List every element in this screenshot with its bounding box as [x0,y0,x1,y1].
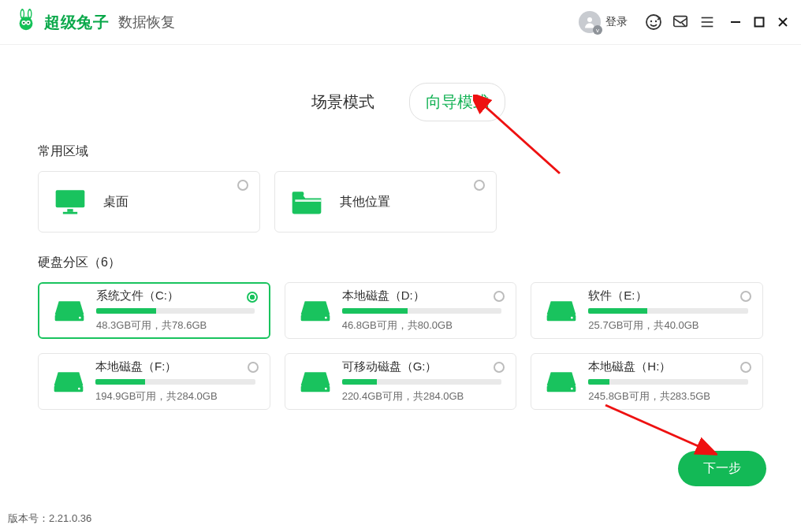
svg-rect-23 [63,212,77,214]
desktop-icon [53,186,88,218]
drive-usage-text: 245.8GB可用，共283.5GB [588,389,748,404]
drive-icon [300,367,331,396]
radio-unselected-icon [740,362,751,373]
radio-unselected-icon [740,291,751,302]
drive-icon [53,367,84,396]
svg-point-7 [23,22,24,24]
drive-icon [546,296,577,325]
drive-usage-text: 220.4GB可用，共284.0GB [342,389,502,404]
radio-unselected-icon [248,362,259,373]
svg-point-12 [655,20,657,22]
drive-usage-text: 194.9GB可用，共284.0GB [95,389,255,404]
radio-unselected-icon [494,362,505,373]
drive-info: 本地磁盘（H:） 245.8GB可用，共283.5GB [588,359,748,404]
drive-info: 本地磁盘（D:） 46.8GB可用，共80.0GB [342,288,502,333]
window-controls [727,13,792,31]
drive-usage-bar [342,379,502,385]
minimize-button[interactable] [727,13,744,31]
avatar-icon[interactable]: v [579,11,601,33]
common-areas-section: 常用区域 桌面 其他位置 [0,143,801,233]
drive-info: 系统文件（C:） 48.3GB可用，共78.6GB [96,288,255,333]
svg-rect-22 [67,209,73,212]
drive-usage-text: 25.7GB可用，共40.0GB [588,318,748,333]
common-card-label: 其他位置 [340,194,390,210]
drive-info: 本地磁盘（F:） 194.9GB可用，共284.0GB [95,359,255,404]
brand: 超级兔子 数据恢复 [14,9,175,35]
drive-icon [54,296,85,325]
drive-info: 可移动磁盘（G:） 220.4GB可用，共284.0GB [342,359,502,404]
folder-icon [289,186,324,218]
drive-name: 系统文件（C:） [96,288,255,303]
drive-usage-text: 46.8GB可用，共80.0GB [342,318,502,333]
partitions-section: 硬盘分区（6） 系统文件（C:） 48.3GB可用，共78.6GB 本地磁盘（D… [0,255,801,410]
svg-point-31 [571,317,573,319]
svg-point-9 [587,17,592,22]
svg-point-8 [28,22,29,24]
drive-usage-bar [588,379,748,385]
drive-info: 软件（E:） 25.7GB可用，共40.0GB [588,288,748,333]
close-button[interactable] [774,13,792,31]
radio-selected-icon [247,292,258,303]
svg-rect-13 [674,17,687,27]
svg-point-33 [78,388,80,390]
svg-point-3 [21,10,24,17]
brand-sub: 数据恢复 [118,13,175,32]
menu-icon[interactable] [697,12,717,32]
svg-line-39 [605,405,702,448]
drive-icon [546,367,577,396]
drive-usage-bar [588,308,748,314]
mode-tabs: 场景模式 向导模式 [0,83,801,121]
tab-scene-mode[interactable]: 场景模式 [296,84,390,121]
feedback-icon[interactable] [670,12,691,32]
partition-card[interactable]: 本地磁盘（F:） 194.9GB可用，共284.0GB [38,353,270,410]
common-card-desktop[interactable]: 桌面 [38,171,260,233]
partitions-title: 硬盘分区（6） [38,255,763,271]
svg-point-29 [325,317,327,319]
drive-usage-text: 48.3GB可用，共78.6GB [96,318,255,333]
drive-name: 本地磁盘（H:） [588,359,748,374]
svg-point-27 [79,317,81,319]
drive-usage-bar [95,379,255,385]
radio-unselected-icon [474,180,485,191]
radio-unselected-icon [494,291,505,302]
maximize-button[interactable] [751,13,768,31]
partition-card[interactable]: 可移动磁盘（G:） 220.4GB可用，共284.0GB [285,353,517,410]
svg-rect-24 [292,192,304,196]
drive-usage-bar [96,308,255,314]
svg-rect-21 [56,190,85,207]
radio-unselected-icon [237,180,248,191]
vip-badge-icon: v [593,25,602,35]
drive-name: 本地磁盘（D:） [342,288,502,303]
partition-card[interactable]: 软件（E:） 25.7GB可用，共40.0GB [531,282,763,339]
drive-usage-bar [342,308,502,314]
drive-name: 可移动磁盘（G:） [342,359,502,374]
common-card-label: 桌面 [103,194,129,210]
drive-icon [300,296,331,325]
common-card-other-location[interactable]: 其他位置 [274,171,497,233]
svg-point-4 [28,10,31,17]
version-label: 版本号：2.21.0.36 [8,512,91,526]
tab-wizard-mode[interactable]: 向导模式 [409,83,505,121]
svg-point-35 [325,388,327,390]
partition-card[interactable]: 系统文件（C:） 48.3GB可用，共78.6GB [38,282,270,339]
svg-point-11 [650,20,652,22]
title-bar: 超级兔子 数据恢复 v 登录 [0,0,801,45]
svg-point-0 [20,17,33,30]
next-button[interactable]: 下一步 [678,451,766,486]
drive-name: 本地磁盘（F:） [95,359,255,374]
brand-name: 超级兔子 [44,12,109,33]
drive-name: 软件（E:） [588,288,748,303]
login-button[interactable]: 登录 [605,15,628,29]
customer-service-icon[interactable] [643,12,664,32]
svg-rect-25 [295,199,321,202]
partition-card[interactable]: 本地磁盘（H:） 245.8GB可用，共283.5GB [531,353,763,410]
common-areas-title: 常用区域 [38,143,763,160]
bunny-logo-icon [14,9,38,35]
svg-rect-18 [755,18,764,27]
svg-point-37 [571,388,573,390]
partition-card[interactable]: 本地磁盘（D:） 46.8GB可用，共80.0GB [285,282,517,339]
